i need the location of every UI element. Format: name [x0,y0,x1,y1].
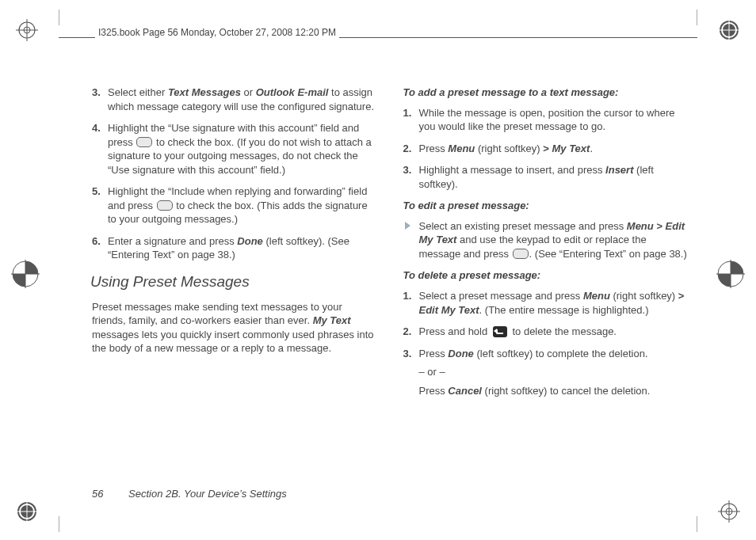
step-number: 4. [92,121,101,135]
crop-br [682,516,697,532]
reg-mark-right [716,260,745,288]
reg-mark-top-right [718,19,740,41]
add-step-3: 3. Highlight a message to insert, and pr… [403,163,689,191]
or-separator: – or – [419,365,689,379]
page-body: 3. Select either Text Messages or Outloo… [92,86,689,485]
reg-mark-bottom-right [718,500,740,523]
ok-key-icon [513,249,529,259]
step-4: 4. Highlight the “Use signature with thi… [92,121,378,177]
step-number: 2. [403,142,412,156]
edit-step-1: Select an existing preset message and pr… [403,219,689,261]
gt: > [543,143,549,154]
delete-steps: 1. Select a preset message and press Men… [403,289,689,397]
text: Select either [108,86,168,98]
heading-preset-messages: Using Preset Messages [90,272,378,292]
text: . (See “Entering Text” on page 38.) [529,248,687,260]
right-column: To add a preset message to a text messag… [403,86,689,485]
term-menu: Menu [448,143,475,154]
gt: > [656,220,662,232]
text: . (The entire message is highlighted.) [479,304,649,316]
text: Select an existing preset message and pr… [419,220,627,232]
step-number: 3. [92,86,101,100]
text: Highlight a message to insert, and press [419,164,606,176]
step-number: 3. [403,347,412,361]
text: Press [419,385,449,397]
text: Select a preset message and press [419,290,583,302]
text: Press [419,143,449,154]
add-step-1: 1. While the message is open, position t… [403,106,689,134]
text: Enter a signature and press [108,235,237,247]
ok-key-icon [136,137,152,147]
gt: > [678,290,685,302]
term-done: Done [448,348,474,359]
lead-delete: To delete a preset message: [403,268,689,283]
ok-key-icon [157,200,173,211]
back-key-icon [493,326,507,337]
triangle-bullet-icon [405,222,410,230]
step-number: 2. [403,325,412,339]
del-step-2: 2. Press and hold to delete the message. [403,325,689,339]
add-step-2: 2. Press Menu (right softkey) > My Text. [403,142,689,156]
term-my-text: My Text [549,143,590,154]
text: (right softkey) to cancel the deletion. [482,385,650,397]
text: messages lets you quickly insert commonl… [92,329,374,355]
term-menu: Menu [583,290,610,302]
term-edit-my-text: Edit My Text [419,304,479,316]
text: (right softkey) [610,290,678,302]
text: Preset messages make sending text messag… [92,301,342,327]
lead-edit: To edit a preset message: [403,199,689,213]
term-text-messages: Text Messages [168,86,241,98]
term-cancel: Cancel [448,385,482,397]
crop-tl [59,10,74,25]
term-done: Done [237,235,263,247]
step-number: 1. [403,289,412,303]
step-number: 1. [403,106,412,120]
term-my-text: My Text [313,314,351,326]
text: (right softkey) [475,143,543,154]
step-number: 6. [92,234,101,249]
text: to delete the message. [510,325,617,337]
header-text: I325.book Page 56 Monday, October 27, 20… [95,25,339,40]
step-number: 5. [92,184,101,199]
term-menu: Menu [627,220,654,232]
text: Press and hold [419,325,491,337]
term-insert: Insert [605,164,633,176]
preset-intro: Preset messages make sending text messag… [92,300,378,356]
page-number: 56 [92,488,103,500]
step-3: 3. Select either Text Messages or Outloo… [92,86,378,113]
reg-mark-top-left [16,19,38,41]
text: While the message is open, position the … [419,107,675,133]
text: or [241,86,256,98]
text: Press [419,348,449,359]
text: . [590,143,593,154]
lead-add: To add a preset message to a text messag… [403,86,689,100]
edit-steps: Select an existing preset message and pr… [403,219,689,261]
reg-mark-left [11,260,40,288]
add-steps: 1. While the message is open, position t… [403,106,689,192]
text: (left softkey) to complete the deletion. [474,348,648,359]
step-5: 5. Highlight the “Include when replying … [92,184,378,226]
del-step-3-alt: Press Cancel (right softkey) to cancel t… [419,384,689,398]
del-step-3: 3. Press Done (left softkey) to complete… [403,347,689,398]
footer: 56 Section 2B. Your Device’s Settings [92,488,287,500]
step-number: 3. [403,163,412,177]
section-title: Section 2B. Your Device’s Settings [128,488,287,500]
left-column: 3. Select either Text Messages or Outloo… [92,86,378,485]
signature-steps: 3. Select either Text Messages or Outloo… [92,86,378,262]
term-outlook-email: Outlook E-mail [256,86,329,98]
step-6: 6. Enter a signature and press Done (lef… [92,234,378,262]
del-step-1: 1. Select a preset message and press Men… [403,289,689,317]
crop-bl [59,516,74,532]
crop-tr [682,10,697,25]
reg-mark-bottom-left [16,500,38,523]
